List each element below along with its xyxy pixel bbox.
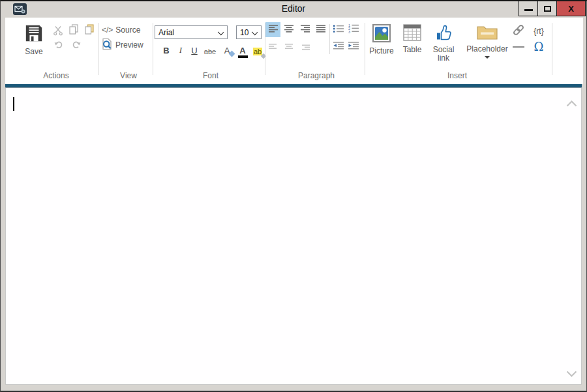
editor-window: Editor X [0,0,587,392]
align-right-button[interactable] [297,22,312,37]
insert-group-label: Insert [447,71,467,80]
undo-icon [54,40,63,52]
align-left-button[interactable] [265,22,280,37]
source-button[interactable]: </> Source [102,24,140,36]
table-icon [403,24,421,44]
numbered-list-icon: 123 [348,23,359,36]
folder-icon [476,24,498,43]
svg-text:3: 3 [348,30,350,33]
insert-link-button[interactable] [511,24,526,38]
align-center-icon [284,24,294,36]
preview-label: Preview [115,40,143,50]
insert-placeholder-button[interactable]: Placeholder [460,24,514,76]
remove-format-button[interactable]: A [219,42,235,57]
eraser-icon [261,53,266,59]
spacing-left-icon [268,41,278,53]
highlight-color-button[interactable]: ab [250,42,265,57]
bold-button[interactable]: B [159,42,173,57]
scissors-icon [53,25,63,38]
align-left-icon [268,24,278,36]
spacing-right-icon [300,41,310,53]
scroll-down-button[interactable] [566,368,577,381]
group-separator [552,23,552,75]
insert-picture-button[interactable]: Picture [366,24,397,67]
insert-table-button[interactable]: Table [398,24,427,67]
redo-button[interactable] [70,39,83,52]
align-center-button[interactable] [281,22,296,37]
actions-group-label: Actions [43,71,68,80]
view-group-label: View [120,71,137,80]
insert-social-link-button[interactable]: Social link [427,24,460,76]
preview-magnifier-icon [101,38,113,53]
underline-icon: U [191,46,197,55]
spacing-right-button[interactable] [297,39,312,54]
paste-button[interactable] [82,23,97,38]
thumbs-up-icon [436,24,452,44]
horizontal-rule-icon [513,46,524,48]
titlebar[interactable]: Editor X [1,1,586,17]
save-icon [24,23,44,46]
rich-text-icon: {rt} [534,27,543,36]
highlight-icon: ab [253,48,262,55]
scroll-up-button[interactable] [566,98,577,110]
font-family-select[interactable]: Arial [155,25,228,39]
maximize-button[interactable] [537,1,557,16]
cut-button[interactable] [51,25,65,39]
align-justify-icon [316,24,326,36]
minimize-icon [524,9,533,11]
italic-button[interactable]: I [174,42,187,57]
chevron-down-icon [218,29,224,35]
group-separator [98,23,99,75]
close-icon: X [568,4,574,14]
spacing-center-button[interactable] [281,39,296,54]
text-color-button[interactable]: A [235,42,250,57]
underline-button[interactable]: U [188,42,201,57]
save-button[interactable]: Save [18,22,50,58]
strikethrough-button[interactable]: abe [202,42,218,57]
copy-button[interactable] [67,23,81,38]
insert-special-character-button[interactable]: Ω [528,38,550,55]
italic-icon: I [179,45,182,55]
preview-button[interactable]: Preview [101,38,143,52]
eraser-icon [229,51,235,57]
social-link-label: Social link [427,46,460,63]
increase-indent-icon [348,41,359,53]
color-bar [238,55,248,58]
paragraph-subseparator [329,24,330,54]
save-label: Save [25,47,42,56]
close-button[interactable]: X [556,1,586,16]
increase-indent-button[interactable] [346,39,361,54]
font-size-value: 10 [240,28,248,37]
text-color-icon: A [239,46,245,55]
decrease-indent-button[interactable] [331,39,346,54]
bullet-list-icon [333,24,344,36]
minimize-button[interactable] [519,1,538,16]
align-right-icon [300,24,310,36]
paste-icon [84,24,95,37]
link-chain-icon [512,23,525,39]
numbered-list-button[interactable]: 123 [346,22,361,37]
omega-icon: Ω [534,40,544,53]
insert-rich-text-button[interactable]: {rt} [528,24,550,38]
editor-content-area[interactable] [5,87,582,385]
redo-icon [72,40,81,52]
font-group-label: Font [203,71,218,80]
chevron-up-icon [566,100,577,107]
chevron-down-icon [566,370,577,377]
copy-icon [68,24,79,37]
bold-icon: B [163,46,169,55]
picture-icon [372,24,391,45]
maximize-icon [544,6,551,12]
undo-button[interactable] [52,39,65,52]
insert-horizontal-rule-button[interactable] [511,40,526,53]
remove-format-icon: A [224,46,230,55]
align-justify-button[interactable] [313,22,328,37]
bullet-list-button[interactable] [331,22,346,37]
text-cursor [13,97,14,111]
font-size-select[interactable]: 10 [236,25,262,39]
spacing-left-button[interactable] [265,39,280,54]
ribbon-toolbar: Save [5,18,583,84]
strikethrough-icon: abe [204,48,216,55]
dropdown-caret-icon [485,56,490,59]
window-controls: X [519,1,586,16]
